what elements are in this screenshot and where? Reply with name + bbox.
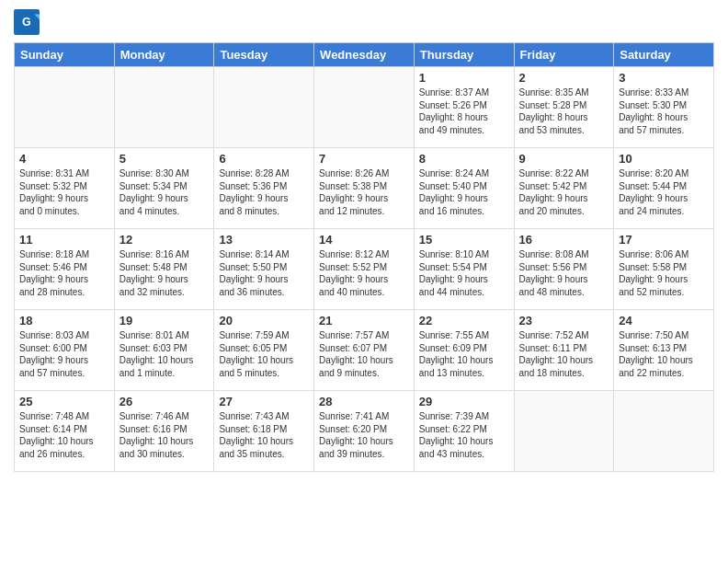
day-content: Sunrise: 8:26 AM Sunset: 5:38 PM Dayligh…	[319, 167, 409, 217]
logo-icon: G	[14, 9, 40, 35]
weekday-header-saturday: Saturday	[614, 43, 714, 67]
day-number: 21	[319, 314, 409, 327]
calendar-cell: 12Sunrise: 8:16 AM Sunset: 5:48 PM Dayli…	[114, 229, 214, 310]
day-number: 23	[519, 314, 609, 327]
calendar-cell: 9Sunrise: 8:22 AM Sunset: 5:42 PM Daylig…	[514, 148, 614, 229]
day-number: 2	[519, 71, 609, 85]
day-content: Sunrise: 8:14 AM Sunset: 5:50 PM Dayligh…	[219, 248, 309, 298]
calendar-cell	[15, 67, 115, 148]
calendar-cell	[114, 67, 214, 148]
day-content: Sunrise: 7:50 AM Sunset: 6:13 PM Dayligh…	[619, 329, 709, 379]
calendar-cell: 4Sunrise: 8:31 AM Sunset: 5:32 PM Daylig…	[15, 148, 115, 229]
calendar-cell: 27Sunrise: 7:43 AM Sunset: 6:18 PM Dayli…	[214, 391, 314, 472]
weekday-header-friday: Friday	[514, 43, 614, 67]
calendar-header-row: SundayMondayTuesdayWednesdayThursdayFrid…	[15, 43, 714, 67]
day-number: 16	[519, 233, 609, 247]
day-number: 7	[319, 152, 409, 166]
calendar-cell: 2Sunrise: 8:35 AM Sunset: 5:28 PM Daylig…	[514, 67, 614, 148]
calendar-cell: 26Sunrise: 7:46 AM Sunset: 6:16 PM Dayli…	[114, 391, 214, 472]
day-number: 4	[19, 152, 109, 166]
day-content: Sunrise: 7:57 AM Sunset: 6:07 PM Dayligh…	[319, 329, 409, 379]
day-content: Sunrise: 7:59 AM Sunset: 6:05 PM Dayligh…	[219, 329, 309, 379]
day-content: Sunrise: 8:16 AM Sunset: 5:48 PM Dayligh…	[119, 248, 210, 298]
calendar-cell: 23Sunrise: 7:52 AM Sunset: 6:11 PM Dayli…	[514, 310, 614, 391]
day-content: Sunrise: 8:22 AM Sunset: 5:42 PM Dayligh…	[519, 167, 609, 217]
calendar-cell: 7Sunrise: 8:26 AM Sunset: 5:38 PM Daylig…	[314, 148, 415, 229]
day-content: Sunrise: 7:39 AM Sunset: 6:22 PM Dayligh…	[419, 410, 509, 460]
day-content: Sunrise: 7:48 AM Sunset: 6:14 PM Dayligh…	[19, 410, 109, 460]
day-content: Sunrise: 8:35 AM Sunset: 5:28 PM Dayligh…	[519, 86, 609, 136]
day-number: 22	[419, 314, 509, 327]
day-content: Sunrise: 7:41 AM Sunset: 6:20 PM Dayligh…	[319, 410, 409, 460]
calendar-cell	[614, 391, 714, 472]
day-content: Sunrise: 8:20 AM Sunset: 5:44 PM Dayligh…	[619, 167, 709, 217]
calendar-container: G SundayMondayTuesdayWednesdayThursdayFr…	[0, 0, 728, 563]
day-content: Sunrise: 8:33 AM Sunset: 5:30 PM Dayligh…	[619, 86, 709, 136]
day-number: 1	[419, 71, 509, 85]
day-content: Sunrise: 8:28 AM Sunset: 5:36 PM Dayligh…	[219, 167, 309, 217]
day-number: 20	[219, 314, 309, 327]
calendar-cell: 1Sunrise: 8:37 AM Sunset: 5:26 PM Daylig…	[414, 67, 514, 148]
calendar-cell: 24Sunrise: 7:50 AM Sunset: 6:13 PM Dayli…	[614, 310, 714, 391]
day-content: Sunrise: 8:24 AM Sunset: 5:40 PM Dayligh…	[419, 167, 509, 217]
weekday-header-monday: Monday	[114, 43, 214, 67]
day-number: 5	[119, 152, 210, 166]
day-content: Sunrise: 8:18 AM Sunset: 5:46 PM Dayligh…	[19, 248, 109, 298]
calendar-cell: 25Sunrise: 7:48 AM Sunset: 6:14 PM Dayli…	[15, 391, 115, 472]
calendar-cell: 11Sunrise: 8:18 AM Sunset: 5:46 PM Dayli…	[15, 229, 115, 310]
weekday-header-tuesday: Tuesday	[214, 43, 314, 67]
day-content: Sunrise: 7:52 AM Sunset: 6:11 PM Dayligh…	[519, 329, 609, 379]
day-number: 24	[619, 314, 709, 327]
calendar-cell: 10Sunrise: 8:20 AM Sunset: 5:44 PM Dayli…	[614, 148, 714, 229]
calendar-cell: 3Sunrise: 8:33 AM Sunset: 5:30 PM Daylig…	[614, 67, 714, 148]
day-number: 29	[419, 395, 509, 408]
calendar-cell: 22Sunrise: 7:55 AM Sunset: 6:09 PM Dayli…	[414, 310, 514, 391]
day-number: 28	[319, 395, 409, 408]
day-number: 12	[119, 233, 210, 247]
weekday-header-sunday: Sunday	[15, 43, 115, 67]
calendar-cell: 15Sunrise: 8:10 AM Sunset: 5:54 PM Dayli…	[414, 229, 514, 310]
day-number: 19	[119, 314, 210, 327]
calendar-cell: 29Sunrise: 7:39 AM Sunset: 6:22 PM Dayli…	[414, 391, 514, 472]
weekday-header-wednesday: Wednesday	[314, 43, 415, 67]
calendar-cell: 8Sunrise: 8:24 AM Sunset: 5:40 PM Daylig…	[414, 148, 514, 229]
day-content: Sunrise: 8:37 AM Sunset: 5:26 PM Dayligh…	[419, 86, 509, 136]
calendar-cell: 6Sunrise: 8:28 AM Sunset: 5:36 PM Daylig…	[214, 148, 314, 229]
day-number: 15	[419, 233, 509, 247]
day-number: 13	[219, 233, 309, 247]
day-number: 26	[119, 395, 210, 408]
day-content: Sunrise: 8:31 AM Sunset: 5:32 PM Dayligh…	[19, 167, 109, 217]
calendar-cell	[214, 67, 314, 148]
day-number: 18	[19, 314, 109, 327]
day-content: Sunrise: 8:10 AM Sunset: 5:54 PM Dayligh…	[419, 248, 509, 298]
calendar-cell: 13Sunrise: 8:14 AM Sunset: 5:50 PM Dayli…	[214, 229, 314, 310]
day-number: 27	[219, 395, 309, 408]
day-number: 14	[319, 233, 409, 247]
day-content: Sunrise: 7:43 AM Sunset: 6:18 PM Dayligh…	[219, 410, 309, 460]
day-number: 6	[219, 152, 309, 166]
calendar-cell: 28Sunrise: 7:41 AM Sunset: 6:20 PM Dayli…	[314, 391, 415, 472]
calendar-cell: 14Sunrise: 8:12 AM Sunset: 5:52 PM Dayli…	[314, 229, 415, 310]
calendar-table: SundayMondayTuesdayWednesdayThursdayFrid…	[14, 42, 714, 472]
svg-text:G: G	[22, 16, 31, 29]
day-number: 10	[619, 152, 709, 166]
calendar-week-2: 4Sunrise: 8:31 AM Sunset: 5:32 PM Daylig…	[15, 148, 714, 229]
day-number: 25	[19, 395, 109, 408]
day-number: 3	[619, 71, 709, 85]
day-content: Sunrise: 8:06 AM Sunset: 5:58 PM Dayligh…	[619, 248, 709, 298]
calendar-week-5: 25Sunrise: 7:48 AM Sunset: 6:14 PM Dayli…	[15, 391, 714, 472]
calendar-week-1: 1Sunrise: 8:37 AM Sunset: 5:26 PM Daylig…	[15, 67, 714, 148]
calendar-cell: 17Sunrise: 8:06 AM Sunset: 5:58 PM Dayli…	[614, 229, 714, 310]
calendar-cell: 20Sunrise: 7:59 AM Sunset: 6:05 PM Dayli…	[214, 310, 314, 391]
calendar-cell	[314, 67, 415, 148]
day-number: 11	[19, 233, 109, 247]
calendar-cell	[514, 391, 614, 472]
day-content: Sunrise: 8:01 AM Sunset: 6:03 PM Dayligh…	[119, 329, 210, 379]
calendar-cell: 19Sunrise: 8:01 AM Sunset: 6:03 PM Dayli…	[114, 310, 214, 391]
day-content: Sunrise: 8:12 AM Sunset: 5:52 PM Dayligh…	[319, 248, 409, 298]
day-content: Sunrise: 7:55 AM Sunset: 6:09 PM Dayligh…	[419, 329, 509, 379]
calendar-week-4: 18Sunrise: 8:03 AM Sunset: 6:00 PM Dayli…	[15, 310, 714, 391]
logo: G	[14, 9, 43, 35]
day-content: Sunrise: 8:30 AM Sunset: 5:34 PM Dayligh…	[119, 167, 210, 217]
day-number: 17	[619, 233, 709, 247]
